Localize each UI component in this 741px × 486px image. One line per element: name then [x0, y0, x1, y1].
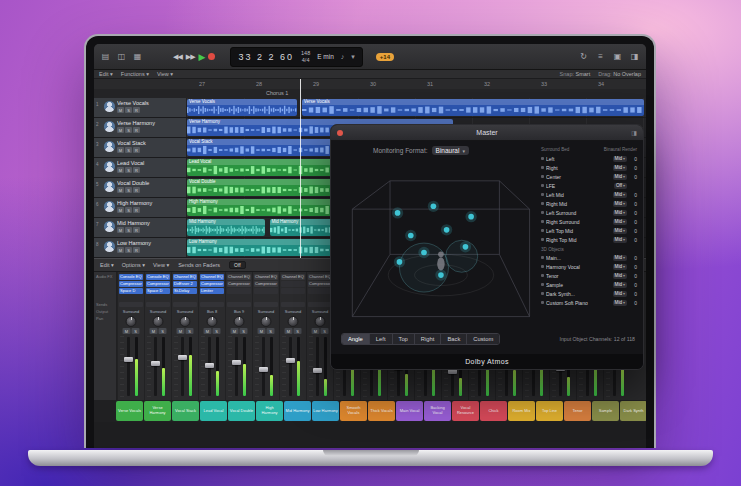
solo-button[interactable]: S	[125, 227, 132, 233]
render-mode-select[interactable]: Mid▾	[613, 291, 627, 297]
output-label[interactable]: Surround	[118, 309, 144, 314]
channel-strip[interactable]: Channel EQDeEsser 2St-DelaySurroundMS	[171, 272, 198, 400]
mute-button[interactable]: M	[204, 328, 212, 334]
solo-button[interactable]: S	[125, 167, 132, 173]
channel-strip[interactable]: Channel EQCompressorBus 9MS	[225, 272, 252, 400]
mute-button[interactable]: M	[117, 167, 124, 173]
plugin-slot[interactable]: Compressor	[200, 281, 224, 287]
chevron-down-icon[interactable]: ▾	[351, 53, 355, 61]
channel-strip[interactable]: Console EQCompressorSpace DSurroundMS	[117, 272, 144, 400]
mute-button[interactable]: M	[117, 187, 124, 193]
mute-button[interactable]: M	[285, 328, 293, 334]
tracks-menu-item[interactable]: Edit ▾	[99, 71, 113, 77]
output-label[interactable]: Bus 9	[226, 309, 252, 314]
send-slot[interactable]	[308, 302, 332, 307]
rewind-button[interactable]: ◀◀	[173, 53, 182, 61]
render-mode-select[interactable]: Mid▾	[613, 219, 627, 225]
fader-cap[interactable]	[124, 357, 133, 362]
plugin-slot[interactable]	[281, 281, 305, 287]
solo-button[interactable]: S	[186, 328, 194, 334]
snap-menu[interactable]: Smart	[576, 71, 591, 77]
render-mode-select[interactable]: Mid▾	[613, 174, 627, 180]
record-enable-button[interactable]: R	[133, 167, 140, 173]
render-mode-select[interactable]: Mid▾	[613, 156, 627, 162]
playhead[interactable]	[300, 79, 301, 258]
solo-button[interactable]: S	[213, 328, 221, 334]
solo-button[interactable]: S	[125, 147, 132, 153]
track-color-chip[interactable]: Main Vocal	[396, 401, 423, 421]
plugin-slot[interactable]: Compressor	[227, 281, 251, 287]
track-header[interactable]: 2Verse HarmonyMSR	[94, 118, 187, 137]
plugin-slot[interactable]: Channel EQ	[281, 274, 305, 280]
track-color-chip[interactable]: Low Harmony	[312, 401, 339, 421]
solo-button[interactable]: S	[267, 328, 275, 334]
record-enable-button[interactable]: R	[133, 207, 140, 213]
monitoring-format-select[interactable]: Binaural ▾	[432, 146, 469, 155]
pan-knob[interactable]	[234, 316, 245, 327]
send-slot[interactable]	[146, 302, 170, 307]
mute-button[interactable]: M	[117, 147, 124, 153]
track-color-chip[interactable]: Backing Vocal	[424, 401, 451, 421]
play-button[interactable]: ▶	[199, 52, 205, 62]
track-color-chip[interactable]: Vocal Resource	[452, 401, 479, 421]
speaker-dot[interactable]	[463, 244, 469, 250]
render-mode-select[interactable]: Mid▾	[613, 282, 627, 288]
plugin-slot[interactable]: Channel EQ	[308, 274, 332, 280]
output-label[interactable]: Surround	[145, 309, 171, 314]
solo-button[interactable]: S	[125, 107, 132, 113]
send-slot[interactable]	[227, 302, 251, 307]
record-enable-button[interactable]: R	[133, 247, 140, 253]
track-color-chip[interactable]: Tenor	[564, 401, 591, 421]
pan-knob[interactable]	[288, 316, 299, 327]
fader-cap[interactable]	[286, 358, 295, 363]
send-slot[interactable]	[254, 302, 278, 307]
list-icon[interactable]: ≡	[594, 51, 607, 63]
audio-region[interactable]: Verse Vocals	[187, 99, 297, 116]
track-color-chip[interactable]: Chick	[480, 401, 507, 421]
output-label[interactable]: Bus 8	[199, 309, 225, 314]
channel-strip[interactable]: Channel EQSurroundMS	[279, 272, 306, 400]
track-header[interactable]: 1Verse VocalsMSR	[94, 98, 187, 117]
mute-button[interactable]: M	[117, 247, 124, 253]
render-mode-select[interactable]: Mid▾	[613, 165, 627, 171]
forward-button[interactable]: ▶▶	[186, 53, 195, 61]
solo-button[interactable]: S	[125, 127, 132, 133]
speaker-dot[interactable]	[444, 227, 450, 233]
render-mode-select[interactable]: Mid▾	[613, 201, 627, 207]
render-mode-select[interactable]: Mid▾	[613, 192, 627, 198]
tracks-menu-item[interactable]: Functions ▾	[121, 71, 149, 77]
speaker-dot[interactable]	[397, 259, 403, 265]
tracks-menu-item[interactable]: View ▾	[157, 71, 173, 77]
arrangement-marker[interactable]: Chorus 1	[266, 90, 288, 96]
plugin-slot[interactable]: Channel EQ	[227, 274, 251, 280]
send-slot[interactable]	[119, 302, 143, 307]
track-header[interactable]: 3Vocal StackMSR	[94, 138, 187, 157]
view-button-back[interactable]: Back	[441, 334, 467, 344]
render-mode-select[interactable]: Mid▾	[613, 237, 627, 243]
track-color-chip[interactable]: High Harmony	[256, 401, 283, 421]
send-slot[interactable]	[173, 302, 197, 307]
speaker-dot[interactable]	[395, 210, 401, 216]
render-mode-select[interactable]: Off▾	[614, 183, 627, 189]
mute-button[interactable]: M	[117, 207, 124, 213]
record-enable-button[interactable]: R	[133, 187, 140, 193]
cycle-icon[interactable]: ↻	[577, 51, 590, 63]
pan-knob[interactable]	[315, 316, 326, 327]
view-button-custom[interactable]: Custom	[467, 334, 499, 344]
plugin-slot[interactable]	[281, 288, 305, 294]
mute-button[interactable]: M	[150, 328, 158, 334]
plugin-slot[interactable]: DeEsser 2	[173, 281, 197, 287]
solo-button[interactable]: S	[159, 328, 167, 334]
view-button-left[interactable]: Left	[370, 334, 393, 344]
pan-knob[interactable]	[180, 316, 191, 327]
mixer-menu-item[interactable]: Edit ▾	[100, 262, 114, 268]
record-enable-button[interactable]: R	[133, 107, 140, 113]
send-slot[interactable]	[281, 302, 305, 307]
render-mode-select[interactable]: Mid▾	[613, 255, 627, 261]
send-slot[interactable]	[200, 302, 224, 307]
pan-knob[interactable]	[153, 316, 164, 327]
record-button[interactable]	[208, 53, 215, 60]
plugin-slot[interactable]: Compressor	[146, 281, 170, 287]
track-color-chip[interactable]: Verse Harmony	[144, 401, 171, 421]
sidebar-toggle-icon[interactable]: ▤	[99, 51, 112, 63]
